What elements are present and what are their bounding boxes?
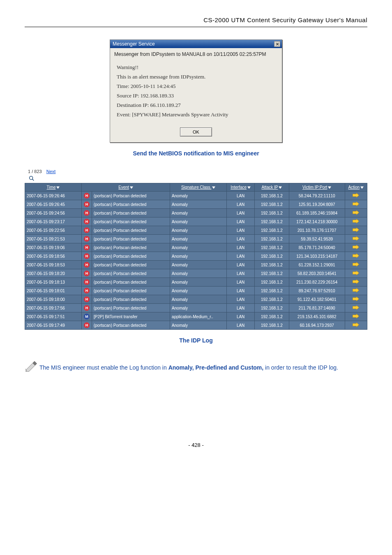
arrow-icon[interactable]: [352, 322, 360, 328]
cell-attack-ip: 192.168.1.2: [255, 304, 289, 312]
cell-interface: LAN: [227, 312, 255, 321]
risk-badge: H: [84, 305, 90, 311]
cell-victim-ip: 60.16.94.173:2937: [289, 321, 345, 330]
table-row: 2007-06-15 09:17:49H(portscan) Portscan …: [25, 321, 367, 330]
svg-marker-21: [353, 297, 359, 301]
cell-action[interactable]: [345, 192, 367, 200]
cell-victim-ip: 89.247.76.97:52910: [289, 287, 345, 295]
cell-attack-ip: 192.168.1.2: [255, 252, 289, 261]
risk-badge: H: [84, 296, 90, 302]
cell-attack-ip: 192.168.1.2: [255, 312, 289, 321]
arrow-icon[interactable]: [352, 219, 360, 224]
col-time[interactable]: Time: [25, 183, 82, 192]
table-row: 2007-06-15 09:18:00H(portscan) Portscan …: [25, 295, 367, 304]
cell-attack-ip: 192.168.1.2: [255, 217, 289, 226]
cell-victim-ip: 211.230.82.229:26154: [289, 278, 345, 287]
next-link[interactable]: Next: [46, 169, 56, 174]
cell-action[interactable]: [345, 295, 367, 304]
cell-interface: LAN: [227, 252, 255, 261]
cell-risk: H: [82, 278, 92, 287]
col-interface[interactable]: Interface: [227, 183, 255, 192]
svg-marker-2: [56, 187, 60, 189]
page-counts: 1 / 823: [28, 169, 42, 174]
svg-marker-3: [130, 187, 133, 189]
arrow-icon[interactable]: [352, 245, 360, 250]
cell-event: (portscan) Portscan detected: [92, 321, 170, 330]
cell-victim-ip: 172.142.14.218:30000: [289, 217, 345, 226]
close-icon[interactable]: ✕: [274, 41, 280, 47]
arrow-icon[interactable]: [352, 262, 360, 268]
cell-action[interactable]: [345, 217, 367, 226]
cell-risk: H: [82, 209, 92, 217]
cell-interface: LAN: [227, 226, 255, 235]
cell-victim-ip: 91.122.43.182:50401: [289, 295, 345, 304]
cell-interface: LAN: [227, 235, 255, 243]
pen-icon: [25, 360, 39, 376]
cell-event: (portscan) Portscan detected: [92, 278, 170, 287]
cell-action[interactable]: [345, 321, 367, 330]
cell-attack-ip: 192.168.1.2: [255, 200, 289, 209]
table-row: 2007-06-15 09:18:01H(portscan) Portscan …: [25, 287, 367, 295]
arrow-icon[interactable]: [352, 296, 360, 302]
risk-badge: H: [84, 236, 90, 242]
cell-victim-ip: 58.82.203.203:14541: [289, 269, 345, 278]
cell-interface: LAN: [227, 287, 255, 295]
svg-marker-13: [353, 228, 359, 232]
cell-action[interactable]: [345, 269, 367, 278]
cell-action[interactable]: [345, 312, 367, 321]
cell-action[interactable]: [345, 200, 367, 209]
arrow-icon[interactable]: [352, 236, 360, 242]
cell-time: 2007-06-15 09:18:56: [25, 252, 82, 261]
table-row: 2007-06-15 09:18:56H(portscan) Portscan …: [25, 252, 367, 261]
cell-signature: Anomaly: [170, 209, 227, 217]
col-victim-ip[interactable]: Victim IP:Port: [289, 183, 345, 192]
table-header-row: Time Event Signature Class. Interface At…: [25, 183, 367, 192]
dialog-title: Messenger Service: [113, 41, 155, 47]
svg-marker-9: [353, 193, 359, 198]
table-row: 2007-06-15 09:18:20H(portscan) Portscan …: [25, 269, 367, 278]
arrow-icon[interactable]: [352, 305, 360, 311]
col-action[interactable]: Action: [345, 183, 367, 192]
cell-event: [P2P] BitTorrent transfer: [92, 312, 170, 321]
cell-action[interactable]: [345, 304, 367, 312]
search-icon[interactable]: [28, 175, 35, 182]
cell-action[interactable]: [345, 235, 367, 243]
risk-badge: H: [84, 279, 90, 285]
cell-action[interactable]: [345, 243, 367, 252]
cell-event: (portscan) Portscan detected: [92, 200, 170, 209]
cell-action[interactable]: [345, 209, 367, 217]
cell-attack-ip: 192.168.1.2: [255, 295, 289, 304]
cell-action[interactable]: [345, 252, 367, 261]
arrow-icon[interactable]: [352, 314, 360, 319]
cell-signature: Anomaly: [170, 295, 227, 304]
arrow-icon[interactable]: [352, 227, 360, 233]
arrow-icon[interactable]: [352, 271, 360, 276]
arrow-icon[interactable]: [352, 210, 360, 216]
arrow-icon[interactable]: [352, 201, 360, 207]
cell-action[interactable]: [345, 261, 367, 269]
svg-marker-4: [212, 187, 215, 189]
cell-action[interactable]: [345, 278, 367, 287]
dialog-subheading: Messenger from IDPsystem to MANUAL8 on 1…: [110, 48, 282, 59]
dialog-line: Time: 2005-10-11 14:24:45: [117, 83, 275, 90]
cell-action[interactable]: [345, 287, 367, 295]
col-event[interactable]: Event: [82, 183, 170, 192]
cell-action[interactable]: [345, 226, 367, 235]
col-signature[interactable]: Signature Class.: [170, 183, 227, 192]
cell-signature: Anomaly: [170, 192, 227, 200]
arrow-icon[interactable]: [352, 288, 360, 294]
cell-victim-ip: 59.39.52.41:9539: [289, 235, 345, 243]
ok-button[interactable]: OK: [180, 127, 212, 136]
cell-time: 2007-06-15 09:24:56: [25, 209, 82, 217]
col-attack-ip[interactable]: Attack IP: [255, 183, 289, 192]
risk-badge: H: [84, 227, 90, 233]
cell-victim-ip: 61.189.185.246:15984: [289, 209, 345, 217]
arrow-icon[interactable]: [352, 253, 360, 259]
arrow-icon[interactable]: [352, 279, 360, 285]
arrow-icon[interactable]: [352, 193, 360, 199]
cell-signature: Anomaly: [170, 226, 227, 235]
cell-signature: Anomaly: [170, 269, 227, 278]
cell-time: 2007-06-15 09:21:53: [25, 235, 82, 243]
cell-risk: H: [82, 261, 92, 269]
svg-marker-6: [279, 187, 282, 189]
